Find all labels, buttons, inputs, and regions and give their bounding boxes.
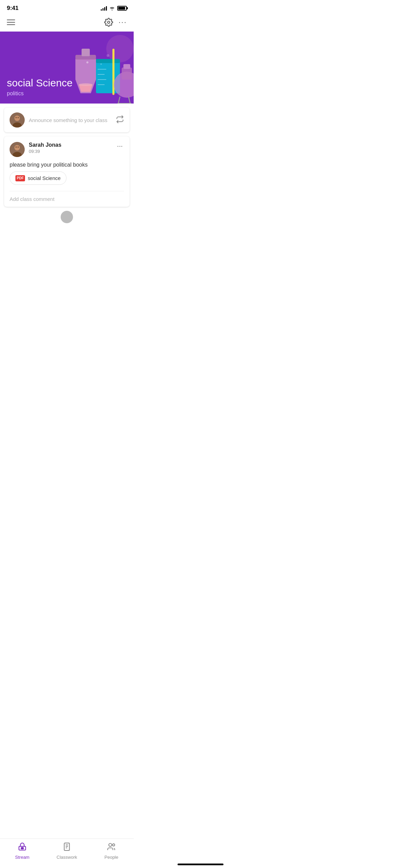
svg-rect-15 (122, 68, 132, 80)
svg-line-17 (118, 97, 120, 104)
svg-point-20 (86, 61, 88, 63)
battery-icon (117, 6, 127, 11)
post-content: please bring your political books PDF so… (4, 161, 130, 191)
post-card: Sarah Jonas 09:39 ··· please bring your … (4, 136, 130, 207)
svg-point-24 (14, 116, 20, 121)
class-banner: social Science politics (0, 32, 134, 104)
attachment-filename: social Science (28, 174, 61, 182)
svg-rect-16 (123, 64, 130, 69)
post-header: Sarah Jonas 09:39 ··· (4, 136, 130, 161)
gear-icon[interactable] (104, 18, 113, 27)
svg-point-6 (79, 83, 93, 86)
pdf-badge: PDF (15, 175, 25, 181)
svg-point-29 (14, 145, 20, 150)
announce-placeholder[interactable]: Announce something to your class (29, 117, 112, 123)
svg-rect-8 (96, 59, 120, 63)
user-avatar (10, 112, 25, 128)
menu-button[interactable] (7, 20, 15, 25)
post-author-info: Sarah Jonas 09:39 (29, 142, 111, 154)
status-icons (101, 6, 127, 11)
status-bar: 9:41 (0, 0, 134, 14)
top-nav: ··· (0, 14, 134, 32)
signal-bars-icon (101, 6, 107, 11)
main-content: Announce something to your class (0, 108, 134, 257)
share-icon[interactable] (116, 115, 124, 125)
svg-point-26 (15, 117, 17, 118)
banner-text: social Science politics (7, 77, 73, 97)
svg-point-1 (106, 35, 134, 62)
attachment-pill[interactable]: PDF social Science (10, 171, 66, 185)
nav-actions: ··· (104, 18, 127, 27)
class-subtitle: politics (7, 91, 73, 97)
svg-rect-13 (112, 49, 114, 95)
svg-point-27 (17, 117, 19, 118)
svg-point-0 (107, 21, 110, 24)
add-comment-input[interactable]: Add class comment (4, 191, 130, 207)
svg-line-18 (129, 97, 130, 104)
svg-point-21 (100, 63, 102, 65)
scroll-indicator (61, 211, 73, 223)
status-time: 9:41 (7, 5, 19, 12)
more-menu-button[interactable]: ··· (119, 18, 127, 27)
class-title: social Science (7, 77, 73, 89)
post-more-button[interactable]: ··· (116, 142, 124, 150)
svg-rect-4 (82, 49, 90, 56)
post-time: 09:39 (29, 149, 111, 154)
svg-point-31 (15, 146, 17, 148)
svg-point-32 (17, 146, 19, 148)
post-author-name: Sarah Jonas (29, 142, 111, 148)
announce-box[interactable]: Announce something to your class (4, 108, 130, 132)
post-author-avatar (10, 142, 25, 157)
post-text: please bring your political books (10, 162, 88, 168)
svg-point-22 (107, 54, 109, 57)
wifi-icon (109, 6, 115, 11)
